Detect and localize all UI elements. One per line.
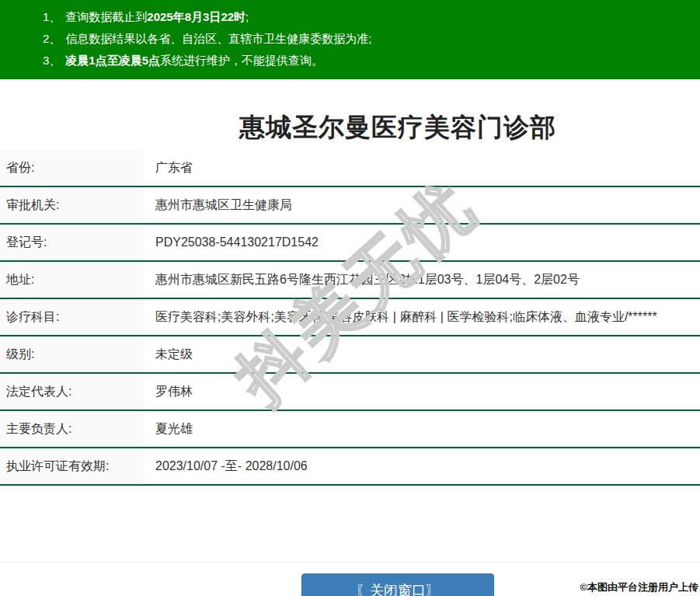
page-title: 惠城圣尔曼医疗美容门诊部 bbox=[0, 109, 700, 146]
notice-bar: 1、查询数据截止到2025年8月3日22时;2、信息数据结果以各省、自治区、直辖… bbox=[0, 0, 700, 79]
notice-item: 1、查询数据截止到2025年8月3日22时; bbox=[43, 6, 700, 28]
row-value: 医疗美容科;美容外科;美容牙科;美容皮肤科 | 麻醉科 | 医学检验科;临床体液… bbox=[144, 299, 700, 335]
row-value: 2023/10/07 -至- 2028/10/06 bbox=[144, 448, 700, 484]
row-label: 登记号: bbox=[0, 225, 144, 260]
notice-number: 2、 bbox=[43, 32, 61, 45]
notice-text: 查询数据截止到 bbox=[65, 10, 147, 23]
table-row: 省份:广东省 bbox=[0, 150, 700, 187]
row-value: 夏光雄 bbox=[144, 411, 700, 447]
page-container: 1、查询数据截止到2025年8月3日22时;2、信息数据结果以各省、自治区、直辖… bbox=[0, 0, 700, 486]
row-label: 执业许可证有效期: bbox=[0, 448, 144, 484]
notice-text: ; bbox=[246, 10, 249, 23]
row-label: 地址: bbox=[0, 262, 144, 298]
row-label: 法定代表人: bbox=[0, 374, 144, 410]
table-row: 级别:未定级 bbox=[0, 336, 700, 374]
notice-text: 2025年8月3日22时 bbox=[147, 10, 246, 23]
notice-item: 3、凌晨1点至凌晨5点系统进行维护，不能提供查询。 bbox=[43, 50, 700, 71]
table-row: 地址:惠州市惠城区新民五路6号隆生西江花园三区2栋1层03号、1层04号、2层0… bbox=[0, 262, 700, 299]
close-window-button[interactable]: 〖关闭窗口〗 bbox=[301, 573, 494, 596]
copyright-note: ©本图由平台注册用户上传 bbox=[580, 580, 698, 594]
notice-number: 3、 bbox=[43, 54, 61, 67]
table-row: 诊疗科目:医疗美容科;美容外科;美容牙科;美容皮肤科 | 麻醉科 | 医学检验科… bbox=[0, 299, 700, 336]
table-row: 法定代表人:罗伟林 bbox=[0, 374, 700, 411]
row-value: 惠州市惠城区新民五路6号隆生西江花园三区2栋1层03号、1层04号、2层02号 bbox=[144, 262, 700, 298]
notice-number: 1、 bbox=[43, 10, 61, 23]
notice-text: 信息数据结果以各省、自治区、直辖市卫生健康委数据为准; bbox=[65, 32, 371, 45]
info-table: 省份:广东省审批机关:惠州市惠城区卫生健康局登记号:PDY25038-54413… bbox=[0, 150, 700, 486]
row-value: 未定级 bbox=[144, 336, 700, 372]
table-row: 执业许可证有效期:2023/10/07 -至- 2028/10/06 bbox=[0, 448, 700, 486]
row-label: 省份: bbox=[0, 150, 144, 186]
table-row: 审批机关:惠州市惠城区卫生健康局 bbox=[0, 187, 700, 225]
notice-text: 凌晨1点至凌晨5点 bbox=[65, 54, 160, 67]
notice-text: 系统进行维护，不能提供查询。 bbox=[160, 54, 323, 67]
table-row: 登记号:PDY25038-544130217D1542 bbox=[0, 225, 700, 262]
row-value: 广东省 bbox=[144, 150, 700, 186]
notice-list: 1、查询数据截止到2025年8月3日22时;2、信息数据结果以各省、自治区、直辖… bbox=[43, 6, 700, 71]
row-value: 罗伟林 bbox=[144, 374, 700, 410]
row-label: 主要负责人: bbox=[0, 411, 144, 447]
row-value: PDY25038-544130217D1542 bbox=[144, 225, 700, 260]
row-value: 惠州市惠城区卫生健康局 bbox=[144, 187, 700, 223]
notice-item: 2、信息数据结果以各省、自治区、直辖市卫生健康委数据为准; bbox=[43, 28, 700, 50]
table-row: 主要负责人:夏光雄 bbox=[0, 411, 700, 448]
row-label: 级别: bbox=[0, 336, 144, 372]
row-label: 诊疗科目: bbox=[0, 299, 144, 335]
row-label: 审批机关: bbox=[0, 187, 144, 223]
